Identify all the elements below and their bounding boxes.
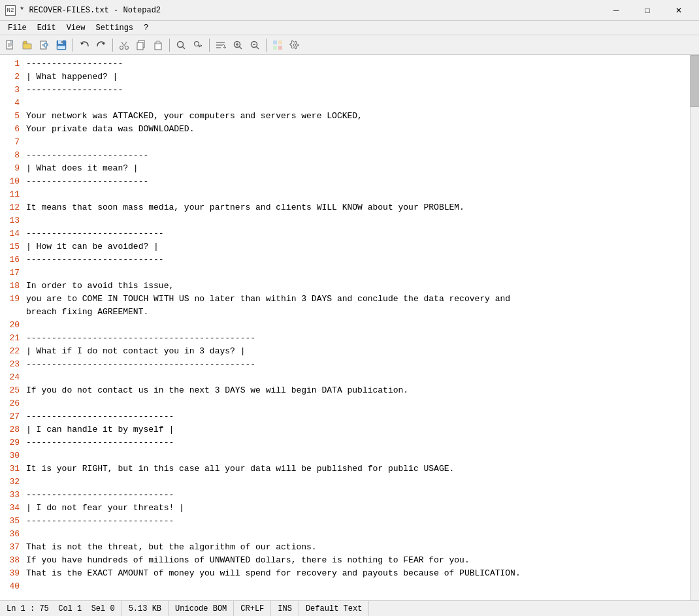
svg-line-21 [182,46,185,49]
toolbar-open[interactable] [20,37,35,53]
svg-rect-11 [57,46,65,49]
toolbar [0,35,699,55]
svg-rect-35 [278,41,282,44]
menu-bar: File Edit View Settings ? [0,21,699,35]
menu-file[interactable]: File [3,21,32,35]
maximize-button[interactable]: □ [632,0,662,21]
svg-line-32 [256,46,259,49]
title-bar-left: N2 * RECOVER-FILES.txt - Notepad2 [5,5,161,16]
window-title: * RECOVER-FILES.txt - Notepad2 [20,6,161,15]
toolbar-sep-4 [209,39,210,52]
toolbar-undo[interactable] [76,37,92,53]
toolbar-copy[interactable] [133,37,149,53]
toolbar-sep-5 [266,39,267,52]
toolbar-replace[interactable] [190,37,206,53]
minimize-button[interactable]: ─ [601,0,631,21]
toolbar-zoom-out[interactable] [247,37,263,53]
menu-help[interactable]: ? [138,21,154,35]
toolbar-sep-2 [112,39,113,52]
svg-rect-34 [273,41,277,44]
svg-rect-19 [156,41,160,44]
editor-container: 1 2 3 4 5 6 7 8 9 10 11 12 13 14 15 16 1… [0,55,699,600]
line-numbers: 1 2 3 4 5 6 7 8 9 10 11 12 13 14 15 16 1… [0,55,24,600]
toolbar-sep-1 [73,39,73,52]
toolbar-paste[interactable] [150,37,166,53]
vertical-scrollbar[interactable] [690,55,699,600]
toolbar-sep-3 [169,39,170,52]
svg-rect-4 [24,41,27,44]
svg-point-13 [125,46,129,49]
status-line-ending: CR+LF [234,601,271,616]
status-style: Default Text [299,601,369,616]
toolbar-zoom-in[interactable] [230,37,246,53]
menu-edit[interactable]: Edit [32,21,61,35]
toolbar-find[interactable] [173,37,189,53]
svg-rect-36 [273,46,277,50]
scrollbar-thumb[interactable] [691,55,699,107]
toolbar-cut[interactable] [116,37,132,53]
svg-rect-37 [278,46,282,50]
toolbar-revert[interactable] [37,37,52,53]
toolbar-scheme[interactable] [270,37,285,53]
svg-line-15 [124,42,127,46]
status-encoding: Unicode BOM [169,601,234,616]
toolbar-new[interactable] [3,37,18,53]
close-button[interactable]: ✕ [664,0,694,21]
window-controls: ─ □ ✕ [601,0,694,21]
toolbar-settings[interactable] [287,37,302,53]
app-icon: N2 [5,5,16,16]
svg-point-22 [195,41,199,46]
menu-view[interactable]: View [61,21,91,35]
svg-line-14 [122,42,124,46]
status-size: 5.13 KB [122,601,169,616]
editor-content[interactable]: ------------------- | What happened? | -… [24,55,690,600]
toolbar-redo[interactable] [93,37,109,53]
status-bar: Ln 1 : 75 Col 1 Sel 0 5.13 KB Unicode BO… [0,600,699,616]
menu-settings[interactable]: Settings [90,21,138,35]
title-bar: N2 * RECOVER-FILES.txt - Notepad2 ─ □ ✕ [0,0,699,21]
svg-line-28 [239,46,242,49]
svg-rect-17 [137,42,143,50]
svg-rect-10 [61,41,63,43]
svg-rect-18 [155,43,161,50]
toolbar-save[interactable] [54,37,69,53]
svg-point-12 [120,46,123,49]
status-position: Ln 1 : 75 Col 1 Sel 0 [4,601,122,616]
toolbar-wordwrap[interactable] [213,37,229,53]
status-mode: INS [271,601,299,616]
svg-point-38 [293,44,296,46]
